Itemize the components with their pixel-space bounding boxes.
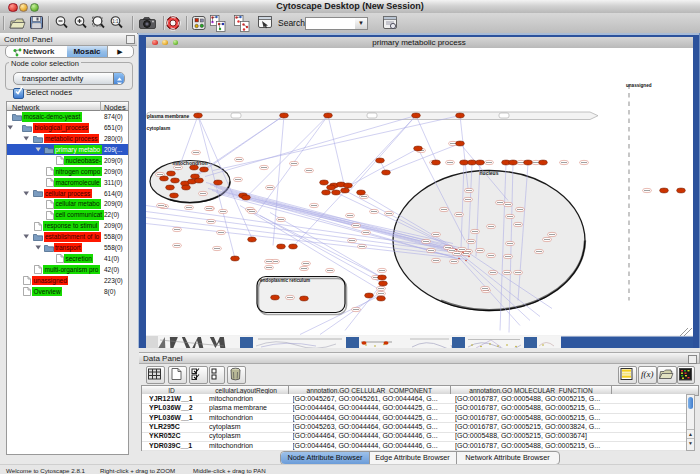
svg-text:mitochondrion: mitochondrion <box>173 159 208 165</box>
svg-text:plasma membrane: plasma membrane <box>147 113 189 118</box>
svg-text:endoplasmic reticulum: endoplasmic reticulum <box>260 278 310 283</box>
svg-text:cytoplasm: cytoplasm <box>147 126 171 131</box>
svg-text:unassigned: unassigned <box>626 82 652 87</box>
svg-text:1:1: 1:1 <box>112 19 119 24</box>
svg-text:f(x): f(x) <box>641 369 654 379</box>
svg-text:nucleus: nucleus <box>480 169 499 175</box>
